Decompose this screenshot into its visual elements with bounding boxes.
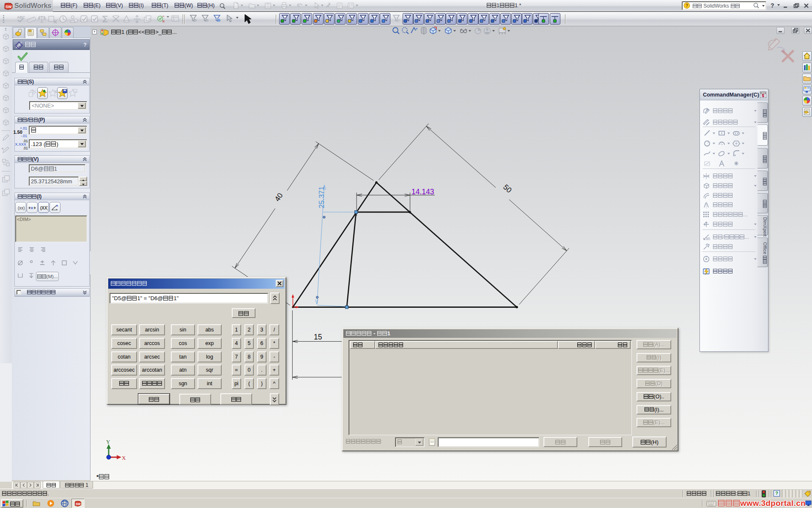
svg-text:SW: SW bbox=[76, 502, 81, 506]
svg-text:?: ? bbox=[686, 3, 688, 8]
svg-text:x: x bbox=[56, 204, 58, 207]
svg-text:SW: SW bbox=[5, 5, 12, 9]
svg-text:90: 90 bbox=[706, 237, 710, 241]
svg-text:(XX): (XX) bbox=[40, 206, 48, 210]
svg-text:(xx): (xx) bbox=[18, 206, 25, 210]
svg-text:x: x bbox=[31, 206, 33, 210]
svg-text:ABC: ABC bbox=[17, 15, 25, 19]
